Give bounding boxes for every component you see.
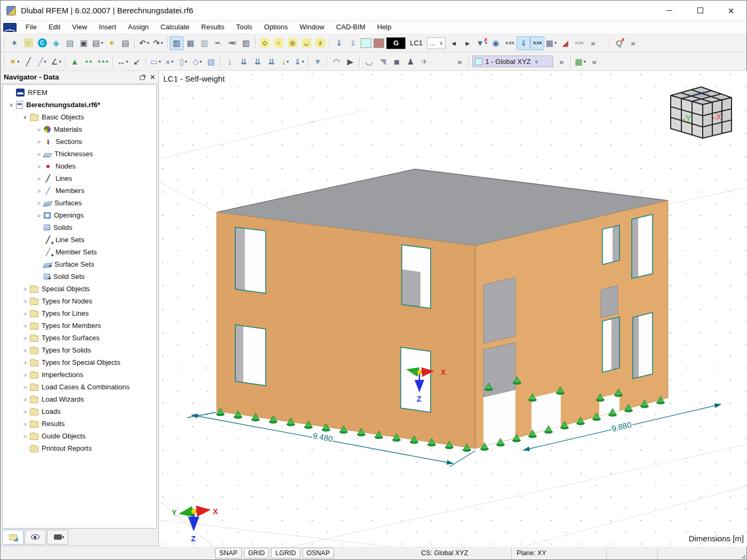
display-properties-button[interactable]: ▥ [239, 36, 253, 50]
select-circle-button[interactable]: ◎ [285, 36, 299, 50]
new-line-button[interactable]: ╱ [21, 54, 35, 68]
result-diagram-button[interactable]: ◡ [362, 54, 376, 68]
new-surface-points-button-dropdown[interactable]: ▾ [200, 59, 202, 64]
tree-item-surfaces[interactable]: >Surfaces [3, 197, 156, 209]
new-surface-support-button[interactable]: ▲▲▲ [96, 54, 110, 68]
tree-expander-icon[interactable]: > [35, 139, 43, 145]
resize-grip[interactable]: ◢ [738, 546, 746, 559]
tree-item-load-cases-combinations[interactable]: >Load Cases & Combinations [3, 381, 156, 393]
new-solid-button-dropdown[interactable]: ▾ [171, 59, 173, 64]
next-load-case-button[interactable]: ▸ [460, 36, 474, 50]
tree-item-printout-reports[interactable]: Printout Reports [3, 442, 156, 454]
tree-item-imperfections[interactable]: >Imperfections [3, 369, 156, 381]
tree-expander-icon[interactable]: > [21, 347, 29, 354]
model-settings-button[interactable]: ▤ [63, 36, 77, 50]
show-loads-button[interactable]: ◉ [489, 36, 503, 50]
show-load-values-button[interactable]: X.XX [503, 36, 516, 50]
tree-expander-icon[interactable]: > [35, 126, 43, 133]
menu-assign[interactable]: Assign [122, 21, 155, 34]
walk-mode-button[interactable]: ♟ [403, 54, 417, 68]
open-model-button[interactable]: ↑ [21, 36, 35, 50]
new-surface-button-dropdown[interactable]: ▾ [158, 59, 161, 64]
tree-item-surface-sets[interactable]: Surface Sets [3, 258, 156, 270]
new-surface-load-button[interactable]: ⇊ [264, 54, 278, 68]
tree-item-special-objects[interactable]: >Special Objects [3, 283, 156, 295]
menu-tools[interactable]: Tools [230, 21, 258, 34]
new-free-load-button-dropdown[interactable]: ▾ [287, 59, 289, 64]
new-nodal-load-button[interactable]: ↓ [222, 54, 236, 68]
redo-button[interactable]: ↷▾ [151, 36, 165, 50]
new-member-button[interactable]: ╱▾ [35, 54, 49, 68]
toolbar-drag-handle[interactable] [3, 37, 6, 50]
tree-expander-icon[interactable]: > [21, 433, 29, 439]
select-polygon-button[interactable]: ◇ [258, 36, 272, 50]
new-solid-button[interactable]: ●▾ [162, 54, 176, 68]
tree-expander-icon[interactable]: > [35, 163, 43, 170]
new-node-button-dropdown[interactable]: ▾ [17, 59, 19, 64]
menu-view[interactable]: View [66, 21, 93, 34]
minimize-button[interactable] [654, 1, 685, 20]
tree-expander-icon[interactable]: > [21, 359, 29, 366]
tab-data-navigator[interactable] [2, 530, 23, 545]
color-swatch-cyan[interactable] [361, 38, 371, 48]
model-scene[interactable]: 9.480 9.880 X Z Y [159, 71, 747, 547]
tree-expander-icon[interactable]: > [35, 212, 43, 219]
new-printout-report-button[interactable]: ✶ [105, 36, 118, 50]
float-panel-icon[interactable] [140, 76, 145, 80]
new-node-button[interactable]: ✶▾ [7, 54, 21, 68]
tree-item-rfem[interactable]: RFEM [3, 86, 156, 99]
navigator-header[interactable]: Navigator - Data × [1, 71, 158, 84]
work-plane-grid-button[interactable]: ▦▾ [573, 54, 587, 68]
filter-loads-button[interactable]: ▼✗▾ [474, 36, 489, 50]
menu-results[interactable]: Results [195, 21, 230, 34]
tables-toggle-button[interactable]: ▦ [184, 36, 197, 50]
color-swatch-rose[interactable] [374, 38, 384, 48]
new-block-button[interactable]: ▧ [204, 54, 218, 68]
tree-item-berechnungsdatei-rf6[interactable]: ∨Berechnungsdatei.rf6* [3, 99, 156, 111]
tree-item-loads[interactable]: >Loads [3, 405, 156, 418]
new-nodal-support-button[interactable]: ▲ [68, 54, 82, 68]
menu-options[interactable]: Options [258, 21, 294, 34]
new-member-load-button[interactable]: ⇊ [250, 54, 264, 68]
menu-calculate[interactable]: Calculate [155, 21, 195, 34]
tree-expander-icon[interactable]: ∨ [21, 114, 29, 120]
toolbar1-overflow-button[interactable]: » [586, 36, 600, 50]
result-tables-button[interactable]: ▦▾ [544, 36, 558, 50]
new-surface-button[interactable]: ▭▾ [148, 54, 162, 68]
new-opening-button[interactable]: ▯▾ [176, 54, 190, 68]
panel-toggle-button[interactable]: ▥ [197, 36, 211, 50]
menu-window[interactable]: Window [294, 21, 330, 34]
tree-item-types-for-members[interactable]: >Types for Members [3, 319, 156, 332]
tree-item-types-for-surfaces[interactable]: >Types for Surfaces [3, 332, 156, 344]
new-dimension-button[interactable]: ↔▾ [115, 54, 130, 68]
save-button[interactable]: ▣ [77, 36, 91, 50]
tree-expander-icon[interactable]: > [35, 175, 43, 182]
tree-item-load-wizards[interactable]: >Load Wizards [3, 393, 156, 405]
new-dimension-set-button[interactable]: ↙ [130, 54, 144, 68]
tree-item-lines[interactable]: >╱Lines [3, 172, 156, 185]
maximize-button[interactable] [685, 1, 716, 20]
tree-item-materials[interactable]: >Materials [3, 123, 156, 135]
tree-expander-icon[interactable]: > [21, 421, 29, 427]
work-plane-indicator[interactable]: Plane: XY [512, 546, 606, 559]
rendering-combo[interactable]: G [386, 37, 406, 49]
tree-item-member-sets[interactable]: ╱Member Sets [3, 246, 156, 258]
script-console-button[interactable]: >SC [225, 36, 239, 50]
navigator-toggle-button[interactable]: ▥ [170, 36, 184, 50]
tree-item-solid-sets[interactable]: Solid Sets [3, 270, 156, 283]
solid-results-button[interactable]: ◙ [390, 54, 403, 68]
tree-expander-icon[interactable]: > [21, 310, 29, 317]
new-free-load-button[interactable]: ↓▾ [278, 54, 292, 68]
tree-expander-icon[interactable]: > [21, 298, 29, 305]
tab-views-navigator[interactable] [25, 530, 46, 545]
osnap-toggle-button[interactable]: OSNAP [303, 548, 335, 558]
new-line-support-button[interactable]: ▲▲ [82, 54, 96, 68]
work-plane-grid-button-dropdown[interactable]: ▾ [584, 59, 586, 64]
visibility-filter-button[interactable]: ▼ [311, 54, 324, 68]
cube-face-minus-x[interactable]: -X [713, 112, 722, 122]
redo-button-dropdown[interactable]: ▾ [161, 41, 163, 45]
previous-load-case-button[interactable]: ◂ [447, 36, 460, 50]
snap-toggle-button[interactable]: SNAP [215, 548, 242, 558]
tree-item-types-for-lines[interactable]: >Types for Lines [3, 307, 156, 319]
menu-insert[interactable]: Insert [93, 21, 122, 34]
